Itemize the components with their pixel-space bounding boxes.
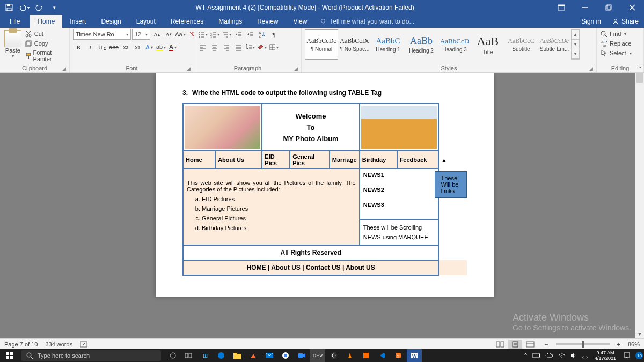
web-layout-icon[interactable] — [523, 340, 537, 349]
select-button[interactable]: Select▾ — [600, 48, 632, 58]
share-button[interactable]: Share — [606, 15, 644, 28]
collapse-ribbon-icon[interactable]: ⌃ — [638, 65, 642, 71]
badge-count[interactable]: 10 — [634, 349, 644, 362]
style-item-heading-1[interactable]: AaBbCHeading 1 — [371, 29, 405, 60]
zoom-icon[interactable] — [294, 349, 309, 362]
scroll-down-icon[interactable]: ▼ — [635, 330, 644, 338]
undo-icon[interactable]: ▾ — [18, 2, 30, 13]
notifications-icon[interactable] — [619, 349, 634, 362]
document-page[interactable]: 3.Write the HTML code to output the foll… — [156, 73, 494, 297]
tab-home[interactable]: Home — [30, 15, 62, 28]
style-item-title[interactable]: AaBTitle — [471, 29, 504, 60]
align-right-icon[interactable] — [221, 42, 232, 53]
underline-button[interactable]: U▾ — [97, 42, 107, 53]
volume-icon[interactable] — [570, 352, 577, 359]
font-color-icon[interactable]: A▾ — [167, 42, 178, 53]
zoom-in-icon[interactable]: + — [617, 341, 620, 348]
vscode-icon[interactable] — [375, 349, 390, 362]
superscript-button[interactable]: x2 — [132, 42, 143, 53]
app-icon[interactable] — [358, 349, 374, 362]
highlight-color-icon[interactable]: ab▾ — [156, 42, 166, 53]
bold-button[interactable]: B — [73, 42, 84, 53]
justify-icon[interactable] — [233, 42, 244, 53]
sign-in-link[interactable]: Sign in — [576, 15, 606, 28]
zoom-out-icon[interactable]: − — [545, 341, 548, 348]
style-item-subtitle[interactable]: AaBbCcCSubtitle — [504, 29, 538, 60]
line-spacing-icon[interactable]: ▾ — [245, 42, 255, 53]
borders-icon[interactable]: ▾ — [268, 42, 279, 53]
word-icon[interactable]: W — [407, 349, 422, 362]
ribbon-display-icon[interactable] — [550, 0, 573, 15]
tab-view[interactable]: View — [286, 15, 315, 28]
tab-insert[interactable]: Insert — [62, 15, 93, 28]
dialog-launcher-icon[interactable]: ◢ — [187, 66, 191, 71]
redo-icon[interactable] — [33, 2, 45, 13]
paste-button[interactable]: Paste ▾ — [3, 29, 23, 58]
app-icon[interactable] — [246, 349, 261, 362]
taskbar-clock[interactable]: 9:47 AM 4/17/2021 — [591, 350, 619, 361]
battery-icon[interactable] — [532, 353, 541, 358]
app-icon[interactable]: ⊞ — [197, 349, 213, 362]
show-hide-icon[interactable]: ¶ — [268, 29, 279, 40]
increase-indent-icon[interactable] — [245, 29, 255, 40]
word-count[interactable]: 334 words — [45, 341, 72, 348]
cortana-icon[interactable] — [165, 349, 180, 362]
italic-button[interactable]: I — [85, 42, 96, 53]
mail-icon[interactable] — [262, 349, 277, 362]
style-item-heading-3[interactable]: AaBbCcDHeading 3 — [438, 29, 471, 60]
page-indicator[interactable]: Page 7 of 10 — [4, 341, 38, 348]
replace-button[interactable]: abacReplace — [600, 39, 632, 48]
obs-icon[interactable] — [326, 349, 341, 362]
vlc-icon[interactable] — [342, 349, 357, 362]
edge-icon[interactable] — [214, 349, 229, 362]
sort-icon[interactable]: AZ — [257, 29, 267, 40]
format-painter-button[interactable]: Format Painter — [25, 48, 66, 63]
tray-chevron-icon[interactable]: ⌃ — [523, 352, 528, 359]
tab-references[interactable]: References — [163, 15, 211, 28]
align-center-icon[interactable] — [209, 42, 220, 53]
minimize-icon[interactable] — [573, 0, 597, 15]
tab-layout[interactable]: Layout — [129, 15, 163, 28]
tab-review[interactable]: Review — [250, 15, 286, 28]
shrink-font-icon[interactable]: A▾ — [163, 29, 174, 40]
font-size-combo[interactable]: 12▾ — [132, 29, 150, 40]
read-mode-icon[interactable] — [493, 340, 507, 349]
text-effects-icon[interactable]: A▾ — [144, 42, 155, 53]
style-item---no-spac---[interactable]: AaBbCcDc¶ No Spac... — [338, 29, 371, 60]
print-layout-icon[interactable] — [508, 340, 522, 349]
style-item-heading-2[interactable]: AaBbHeading 2 — [405, 29, 438, 60]
decrease-indent-icon[interactable] — [233, 29, 244, 40]
wifi-icon[interactable] — [558, 352, 566, 359]
dialog-launcher-icon[interactable]: ◢ — [62, 66, 66, 71]
tab-mailings[interactable]: Mailings — [211, 15, 250, 28]
power-icon[interactable] — [582, 352, 588, 359]
style-item-subtle-em---[interactable]: AaBbCcDcSubtle Em... — [538, 29, 571, 60]
tab-design[interactable]: Design — [93, 15, 128, 28]
multilevel-list-icon[interactable]: ▾ — [221, 29, 232, 40]
strikethrough-button[interactable]: abc — [108, 42, 119, 53]
font-name-combo[interactable]: Times New Ro▾ — [73, 29, 131, 40]
align-left-icon[interactable] — [197, 42, 208, 53]
find-button[interactable]: Find▾ — [600, 29, 632, 39]
grow-font-icon[interactable]: A▴ — [151, 29, 162, 40]
qat-customize-icon[interactable]: ▾ — [48, 2, 60, 13]
cut-button[interactable]: Cut — [25, 29, 66, 39]
change-case-icon[interactable]: Aa▾ — [175, 29, 186, 40]
maximize-icon[interactable] — [597, 0, 620, 15]
task-view-icon[interactable] — [181, 349, 196, 362]
style-item---normal[interactable]: AaBbCcDc¶ Normal — [305, 29, 338, 60]
dialog-launcher-icon[interactable]: ◢ — [294, 66, 298, 71]
bullets-icon[interactable]: ▾ — [197, 29, 208, 40]
copy-button[interactable]: Copy — [25, 39, 66, 48]
zoom-slider[interactable] — [556, 343, 610, 345]
subscript-button[interactable]: x2 — [120, 42, 131, 53]
vertical-scrollbar[interactable]: ▲ ▼ — [635, 73, 644, 338]
explorer-icon[interactable] — [230, 349, 245, 362]
start-button[interactable] — [0, 349, 19, 362]
numbering-icon[interactable]: 123▾ — [209, 29, 220, 40]
tell-me-search[interactable]: Tell me what you want to do... — [314, 15, 414, 28]
close-icon[interactable] — [620, 0, 644, 15]
styles-scroll[interactable]: ▲▼▾ — [571, 29, 580, 60]
tab-file[interactable]: File — [0, 15, 30, 28]
onedrive-icon[interactable] — [545, 353, 554, 358]
